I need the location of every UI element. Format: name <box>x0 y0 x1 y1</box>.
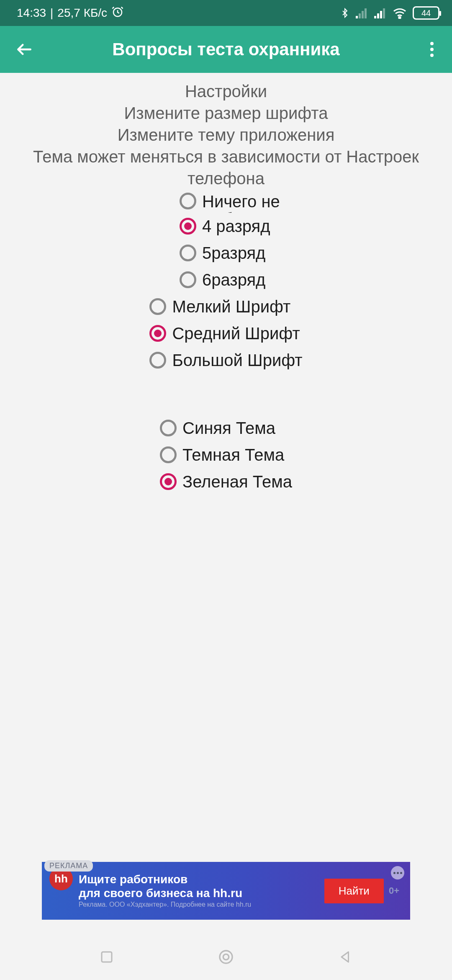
svg-point-12 <box>430 54 434 57</box>
radio-icon <box>180 245 196 261</box>
font-option-small[interactable]: Мелкий Шрифт <box>149 293 290 320</box>
radio-icon <box>180 193 196 209</box>
radio-label: Мелкий Шрифт <box>172 298 290 315</box>
svg-point-14 <box>220 951 232 963</box>
radio-label: 4 разряд <box>202 217 270 235</box>
svg-rect-3 <box>362 11 364 18</box>
svg-point-15 <box>223 954 229 959</box>
app-bar: Вопросы теста охранника <box>0 26 452 73</box>
alarm-icon <box>111 5 124 21</box>
radio-icon <box>160 473 177 490</box>
svg-rect-7 <box>380 11 382 18</box>
status-sep: | <box>50 6 53 20</box>
page-title: Вопросы теста охранника <box>40 39 420 59</box>
rank-option-none[interactable]: Ничего не выбрано <box>180 193 311 213</box>
settings-heading-1: Настройки <box>185 80 267 102</box>
settings-heading-3: Измените тему приложения <box>118 124 335 146</box>
radio-icon <box>149 325 166 342</box>
settings-heading-4: Тема может меняться в зависимости от Нас… <box>17 146 435 189</box>
battery-icon: 44 <box>413 6 439 20</box>
wifi-icon <box>393 7 407 19</box>
ad-headline-1: Ищите работников <box>79 873 324 886</box>
radio-icon <box>180 218 196 235</box>
status-bar: 14:33 | 25,7 КБ/с 44 <box>0 0 452 26</box>
status-right: 44 <box>340 6 439 20</box>
rank-option-4[interactable]: 4 разряд <box>180 213 270 240</box>
theme-option-blue[interactable]: Синяя Тема <box>160 415 275 441</box>
ad-headline-2: для своего бизнеса на hh.ru <box>79 887 324 900</box>
ad-cta-button[interactable]: Найти <box>324 879 384 903</box>
status-left: 14:33 | 25,7 КБ/с <box>17 5 124 21</box>
rank-option-5[interactable]: 5разряд <box>180 240 265 266</box>
nav-home-button[interactable] <box>213 944 239 970</box>
font-radio-group: Мелкий Шрифт Средний Шрифт Большой Шрифт <box>149 293 302 374</box>
rank-radio-group: Ничего не выбрано 4 разряд 5разряд 6разр… <box>180 193 311 293</box>
ad-text: Ищите работников для своего бизнеса на h… <box>79 873 324 908</box>
battery-level: 44 <box>421 8 431 18</box>
theme-option-dark[interactable]: Темная Тема <box>160 441 284 468</box>
theme-radio-group: Синяя Тема Темная Тема Зеленая Тема <box>160 415 292 495</box>
radio-label: 6разряд <box>202 271 265 289</box>
font-option-medium[interactable]: Средний Шрифт <box>149 320 300 347</box>
radio-icon <box>160 420 177 436</box>
overflow-menu-button[interactable] <box>420 34 444 65</box>
svg-point-10 <box>430 42 434 45</box>
radio-icon <box>160 446 177 463</box>
settings-content: Настройки Измените размер шрифта Изменит… <box>0 73 452 495</box>
theme-option-green[interactable]: Зеленая Тема <box>160 468 292 495</box>
svg-rect-5 <box>374 16 376 18</box>
radio-label: Зеленая Тема <box>182 473 292 490</box>
ad-more-button[interactable] <box>391 866 404 879</box>
radio-label: 5разряд <box>202 244 265 262</box>
radio-icon <box>180 271 196 288</box>
svg-rect-4 <box>365 8 367 18</box>
radio-label: Средний Шрифт <box>172 325 300 342</box>
font-option-large[interactable]: Большой Шрифт <box>149 347 302 374</box>
status-netspeed: 25,7 КБ/с <box>57 6 107 20</box>
settings-heading-2: Измените размер шрифта <box>124 102 328 124</box>
radio-label: Большой Шрифт <box>172 351 302 369</box>
nav-back-button[interactable] <box>333 944 358 970</box>
ad-disclaimer: Реклама. ООО «Хэдхантер». Подробнее на с… <box>79 901 324 908</box>
radio-label: Синяя Тема <box>182 419 275 437</box>
radio-icon <box>149 298 166 315</box>
ad-banner[interactable]: РЕКЛАМА hh Ищите работников для своего б… <box>42 862 410 920</box>
signal-icon-2 <box>374 8 387 18</box>
svg-rect-13 <box>102 952 112 962</box>
ad-age-badge: 0+ <box>389 885 399 896</box>
svg-rect-6 <box>377 13 379 18</box>
radio-label: Ничего не выбрано <box>202 193 311 213</box>
back-button[interactable] <box>8 34 40 65</box>
ad-tag: РЕКЛАМА <box>44 860 93 872</box>
svg-point-11 <box>430 48 434 51</box>
radio-icon <box>149 352 166 369</box>
svg-rect-2 <box>359 13 361 18</box>
rank-option-6[interactable]: 6разряд <box>180 266 265 293</box>
svg-rect-8 <box>383 8 385 18</box>
status-time: 14:33 <box>17 6 46 20</box>
bluetooth-icon <box>340 7 350 19</box>
nav-recent-button[interactable] <box>94 944 119 970</box>
signal-icon-1 <box>356 8 368 18</box>
svg-rect-1 <box>356 16 358 18</box>
radio-label: Темная Тема <box>182 446 284 464</box>
navigation-bar <box>0 934 452 980</box>
svg-point-9 <box>399 17 401 18</box>
